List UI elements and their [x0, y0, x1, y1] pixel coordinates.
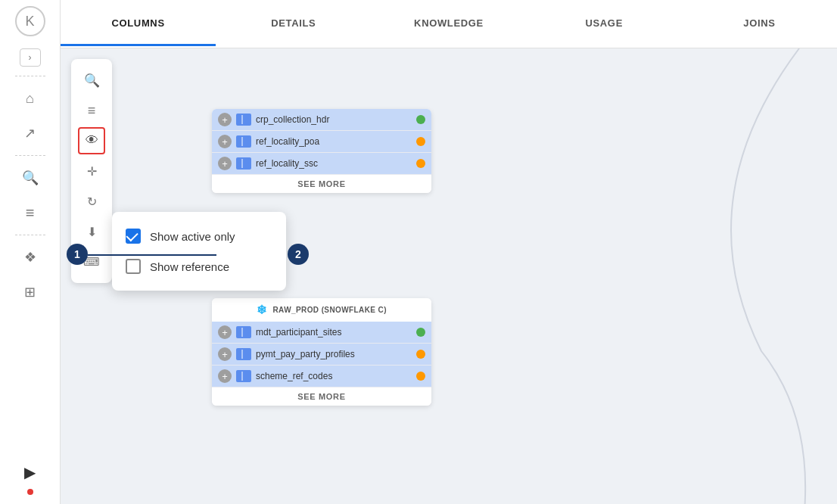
show-active-only-checkbox[interactable]	[126, 229, 141, 244]
svg-rect-13	[238, 354, 249, 358]
svg-rect-15	[238, 372, 249, 375]
row-name: mdt_participant_sites	[256, 327, 412, 338]
table-row[interactable]: + ref_locality_ssc	[212, 153, 431, 175]
row-name: ref_locality_ssc	[256, 158, 412, 169]
row-add-icon[interactable]: +	[218, 325, 232, 339]
row-add-icon[interactable]: +	[218, 157, 232, 170]
sidebar-home-icon[interactable]: ⌂	[15, 83, 45, 114]
sidebar-divider-mid	[15, 155, 45, 156]
connector-line-1	[88, 254, 216, 256]
svg-rect-10	[238, 332, 249, 336]
table-2-header-label: RAW_PROD (SNOWFLAKE C)	[272, 306, 386, 314]
sidebar-divider-mid2	[15, 235, 45, 235]
eye-tool-icon[interactable]: 👁	[78, 127, 105, 154]
badge-1: 1	[67, 244, 88, 265]
filter-dropdown: Show active only Show reference	[112, 212, 286, 291]
row-table-icon	[236, 370, 251, 382]
show-reference-label: Show reference	[150, 260, 229, 273]
show-reference-checkbox[interactable]	[126, 259, 141, 274]
table-row[interactable]: + crp_collection_hdr	[212, 109, 431, 131]
row-table-icon	[236, 348, 251, 360]
sidebar-red-dot	[27, 489, 33, 495]
move-tool-icon[interactable]: ✛	[78, 157, 105, 185]
status-dot-orange	[416, 350, 425, 359]
row-table-icon	[236, 157, 251, 170]
table-row[interactable]: + ref_locality_poa	[212, 131, 431, 153]
see-more-button[interactable]: SEE MORE	[212, 175, 431, 193]
svg-rect-4	[238, 142, 249, 145]
top-nav: COLUMNS DETAILS KNOWLEDGE USAGE JOINS	[61, 0, 837, 48]
snowflake-icon: ❄	[257, 303, 266, 317]
show-reference-item[interactable]: Show reference	[112, 251, 286, 282]
sidebar-filter-icon[interactable]: ≡	[15, 198, 45, 228]
table-2: ❄ RAW_PROD (SNOWFLAKE C) + mdt_participa…	[212, 298, 431, 406]
filter-tool-icon[interactable]: ≡	[78, 97, 105, 124]
refresh-tool-icon[interactable]: ↻	[78, 188, 105, 215]
sidebar-trending-icon[interactable]: ↗	[15, 118, 45, 148]
main-canvas: 🔍 ≡ 👁 ✛ ↻ ⬇ ⌨ 1 Show active only Show re…	[61, 48, 837, 504]
table-2-header: ❄ RAW_PROD (SNOWFLAKE C)	[212, 298, 431, 322]
download-tool-icon[interactable]: ⬇	[78, 218, 105, 245]
svg-rect-12	[238, 350, 249, 353]
tab-details[interactable]: DETAILS	[216, 2, 371, 46]
expand-button[interactable]: ›	[20, 48, 41, 67]
row-name: ref_locality_poa	[256, 136, 412, 147]
tab-usage[interactable]: USAGE	[527, 2, 682, 46]
row-name: crp_collection_hdr	[256, 114, 412, 125]
row-add-icon[interactable]: +	[218, 369, 232, 383]
sidebar-hierarchy-icon[interactable]: ❖	[15, 242, 45, 272]
svg-rect-6	[238, 159, 249, 163]
table-row[interactable]: + mdt_participant_sites	[212, 322, 431, 344]
show-active-only-label: Show active only	[150, 230, 235, 243]
table-row[interactable]: + scheme_ref_codes	[212, 366, 431, 387]
sidebar-divider-top	[15, 76, 45, 76]
see-more-button-2[interactable]: SEE MORE	[212, 387, 431, 406]
table-1: + crp_collection_hdr + ref_locality_poa …	[212, 109, 431, 193]
row-add-icon[interactable]: +	[218, 113, 232, 126]
status-dot-green	[416, 328, 425, 337]
chevron-right-icon: ›	[29, 52, 32, 63]
svg-rect-9	[238, 328, 249, 331]
row-table-icon	[236, 326, 251, 338]
status-dot-green	[416, 115, 425, 124]
tab-knowledge[interactable]: KNOWLEDGE	[371, 2, 526, 46]
row-table-icon	[236, 114, 251, 126]
status-dot-orange	[416, 137, 425, 146]
sidebar-search-icon[interactable]: 🔍	[15, 163, 45, 193]
left-sidebar: K › ⌂ ↗ 🔍 ≡ ❖ ⊞ ▶	[0, 0, 61, 504]
tab-columns[interactable]: COLUMNS	[61, 2, 216, 46]
row-add-icon[interactable]: +	[218, 347, 232, 361]
sidebar-grid-icon[interactable]: ⊞	[15, 277, 45, 307]
status-dot-orange	[416, 159, 425, 168]
row-name: pymt_pay_party_profiles	[256, 349, 412, 359]
svg-rect-1	[238, 120, 249, 123]
row-table-icon	[236, 135, 251, 148]
row-add-icon[interactable]: +	[218, 135, 232, 148]
row-name: scheme_ref_codes	[256, 371, 412, 381]
svg-rect-0	[238, 115, 249, 119]
background-curve	[534, 48, 837, 504]
table-row[interactable]: + pymt_pay_party_profiles	[212, 344, 431, 366]
logo-icon[interactable]: K	[15, 6, 45, 36]
svg-rect-7	[238, 163, 249, 167]
search-tool-icon[interactable]: 🔍	[78, 67, 105, 94]
show-active-only-item[interactable]: Show active only	[112, 221, 286, 251]
tab-joins[interactable]: JOINS	[682, 2, 837, 46]
svg-rect-3	[238, 137, 249, 141]
sidebar-arrow-icon[interactable]: ▶	[15, 457, 45, 487]
svg-rect-16	[238, 376, 249, 380]
sidebar-bottom: ▶	[15, 457, 45, 504]
status-dot-orange	[416, 372, 425, 381]
badge-2: 2	[288, 244, 309, 265]
